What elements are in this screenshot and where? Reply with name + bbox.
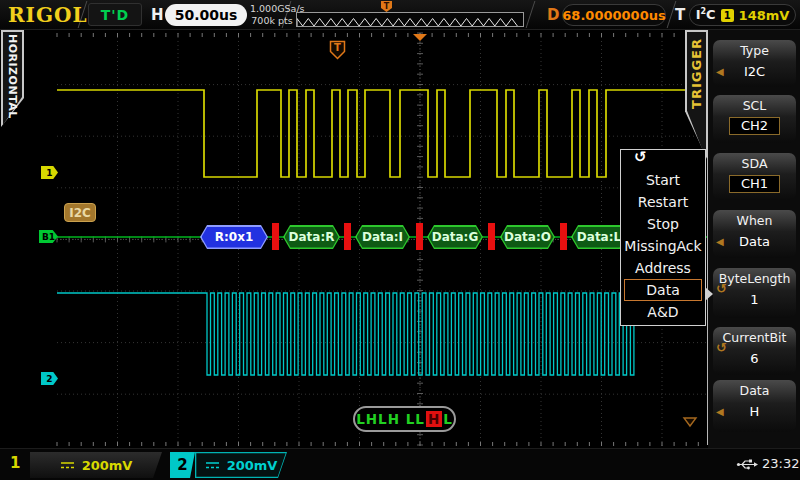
popup-item-missingack[interactable]: MissingAck bbox=[624, 235, 702, 257]
ch1-scale: 200mV bbox=[82, 458, 133, 473]
menu-value: 1 bbox=[750, 292, 758, 307]
decode-ack-bar bbox=[344, 223, 351, 250]
trigger-position-marker[interactable] bbox=[412, 33, 428, 42]
data-pattern-display: LHLH LLHL bbox=[353, 406, 456, 432]
tab-horizontal[interactable]: HORIZONTAL bbox=[1, 30, 24, 127]
dc-coupling-icon bbox=[60, 460, 75, 470]
menu-button-when[interactable]: When◀Data bbox=[713, 210, 796, 258]
menu-value: I2C bbox=[744, 64, 765, 79]
dc-coupling-icon bbox=[205, 460, 220, 470]
status-bar: RIGOL T'D H 50.00us 1.000GSa/s 700k pts … bbox=[0, 0, 800, 30]
trigger-level-readout: 148mV bbox=[739, 8, 790, 23]
decode-ack-bar bbox=[488, 223, 495, 250]
svg-text:T: T bbox=[334, 42, 341, 53]
ch2-number-badge[interactable]: 2 bbox=[170, 452, 195, 478]
pattern-prefix: LHLH LL bbox=[356, 411, 425, 427]
left-arrow-icon: ◀ bbox=[716, 406, 724, 417]
menu-value: Data bbox=[739, 234, 770, 249]
popup-item-restart[interactable]: Restart bbox=[624, 191, 702, 213]
system-clock: 23:32 bbox=[762, 456, 799, 471]
left-arrow-icon: ◀ bbox=[716, 66, 724, 77]
decode-packet-data: Data:R bbox=[283, 225, 340, 249]
delay-label: D bbox=[547, 6, 559, 24]
trigger-status-badge: T'D bbox=[88, 3, 142, 26]
tab-trigger-label: TRIGGER bbox=[689, 38, 704, 109]
trigger-level-offscreen-icon bbox=[680, 415, 700, 430]
menu-value: 6 bbox=[750, 351, 758, 366]
memory-depth: 700k pts bbox=[250, 15, 294, 27]
dial-rotate-icon: ↺ bbox=[634, 148, 647, 166]
menu-label: SDA bbox=[713, 153, 796, 171]
popup-item-address[interactable]: Address bbox=[624, 257, 702, 279]
decode-ack-bar bbox=[416, 223, 423, 250]
decode-bus-label: I2C bbox=[64, 203, 96, 222]
dial-rotate-icon: ↺ bbox=[716, 340, 727, 355]
menu-button-data[interactable]: Data◀H bbox=[713, 380, 796, 432]
svg-text:T: T bbox=[384, 2, 390, 11]
trigger-menu-panel: Type◀I2CSCLCH2SDACH1When◀DataByteLength↺… bbox=[708, 30, 800, 448]
pattern-cursor: H bbox=[426, 411, 442, 427]
trigger-time-shield-icon[interactable]: T bbox=[329, 40, 346, 60]
menu-label: SCL bbox=[713, 95, 796, 113]
popup-pointer bbox=[705, 287, 713, 301]
decode-packet-data: Data:O bbox=[500, 225, 555, 249]
popup-item-start[interactable]: Start bbox=[624, 169, 702, 191]
popup-item-stop[interactable]: Stop bbox=[624, 213, 702, 235]
dial-rotate-icon: ↺ bbox=[716, 281, 727, 296]
trigger-position-icon[interactable]: T bbox=[380, 0, 393, 13]
trigger-readout[interactable]: I2C 1 148mV bbox=[689, 4, 796, 26]
menu-button-sda[interactable]: SDACH1 bbox=[713, 153, 796, 200]
menu-value: H bbox=[750, 404, 760, 419]
menu-label: When bbox=[713, 210, 796, 228]
ch2-status-box[interactable]: 200mV bbox=[195, 452, 287, 478]
decode-packet-data: Data:I bbox=[355, 225, 410, 249]
decode-packet-data: Data:L bbox=[571, 225, 627, 249]
popup-item-data[interactable]: Data bbox=[624, 279, 702, 301]
sample-rate: 1.000GSa/s bbox=[250, 3, 294, 15]
menu-button-scl[interactable]: SCLCH2 bbox=[713, 95, 796, 143]
sample-rate-readout: 1.000GSa/s 700k pts bbox=[250, 3, 294, 28]
oscilloscope-screen: T 1 B1 2 I2C R:0x1Data:RData:IData:GData… bbox=[0, 0, 800, 480]
when-condition-popup: ↺ StartRestartStopMissingAckAddressDataA… bbox=[620, 149, 706, 326]
menu-value: CH2 bbox=[729, 117, 780, 135]
tab-horizontal-label: HORIZONTAL bbox=[6, 34, 19, 119]
horizontal-label: H bbox=[151, 6, 164, 24]
pattern-suffix: L bbox=[443, 411, 453, 427]
menu-value: CH1 bbox=[729, 175, 780, 193]
channel-bar: 1 200mV 2 200mV 23:32 bbox=[0, 448, 800, 480]
menu-label: Data bbox=[713, 380, 796, 398]
ch2-scale: 200mV bbox=[227, 458, 278, 473]
menu-button-bytelength[interactable]: ByteLength↺1 bbox=[713, 268, 796, 318]
popup-item-a-d[interactable]: A&D bbox=[624, 301, 702, 323]
trigger-source-badge: 1 bbox=[721, 9, 734, 22]
usb-icon bbox=[736, 458, 760, 471]
menu-button-type[interactable]: Type◀I2C bbox=[713, 40, 796, 87]
ch1-status-box[interactable]: 200mV bbox=[30, 452, 162, 478]
rigol-logo: RIGOL bbox=[8, 3, 88, 27]
popup-items: StartRestartStopMissingAckAddressDataA&D bbox=[621, 169, 705, 323]
left-arrow-icon: ◀ bbox=[716, 236, 724, 247]
trigger-type: I2C bbox=[696, 7, 716, 22]
decode-ack-bar bbox=[272, 223, 279, 250]
decode-packet-data: Data:G bbox=[427, 225, 483, 249]
ch1-number: 1 bbox=[10, 454, 20, 472]
trigger-label: T bbox=[675, 6, 685, 24]
memory-position-strip[interactable] bbox=[296, 12, 524, 27]
timebase-readout[interactable]: 50.00us bbox=[165, 4, 247, 26]
menu-button-currentbit[interactable]: CurrentBit↺6 bbox=[713, 327, 796, 375]
menu-label: Type bbox=[713, 40, 796, 58]
tab-trigger[interactable]: TRIGGER bbox=[685, 30, 708, 161]
decode-ack-bar bbox=[560, 223, 567, 250]
decode-packet-address: R:0x1 bbox=[200, 225, 268, 249]
delay-readout[interactable]: 68.0000000us bbox=[562, 4, 666, 26]
